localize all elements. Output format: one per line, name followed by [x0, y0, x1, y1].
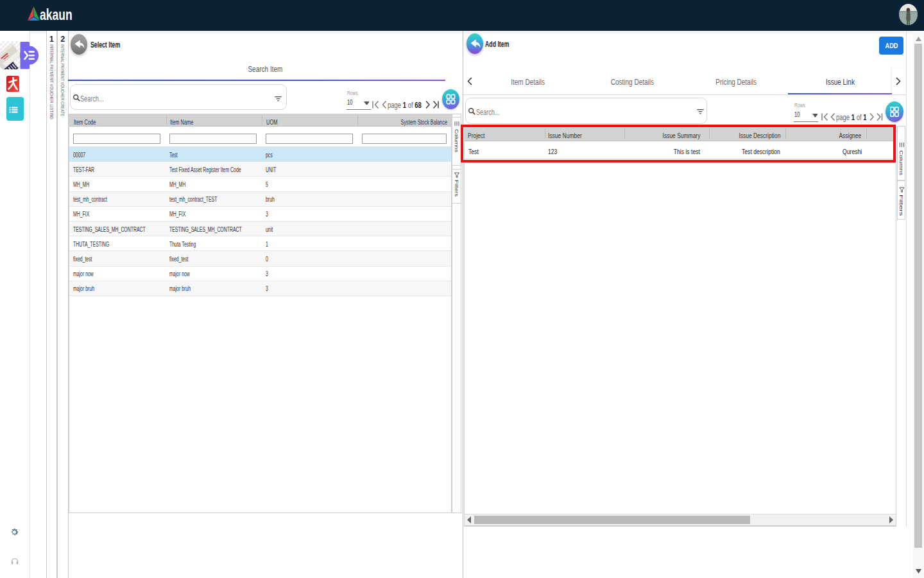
svg-text:Filters: Filters — [454, 180, 459, 197]
svg-text:INTERNAL PAYMENT VOUCHER LISTI: INTERNAL PAYMENT VOUCHER LISTING — [49, 44, 54, 119]
svg-text:Columns: Columns — [898, 150, 904, 175]
svg-text:Filters: Filters — [898, 195, 904, 216]
svg-text:INTERNAL PAYMENT VOUCHER CREAT: INTERNAL PAYMENT VOUCHER CREATE — [60, 44, 65, 116]
svg-text:Columns: Columns — [454, 129, 459, 152]
